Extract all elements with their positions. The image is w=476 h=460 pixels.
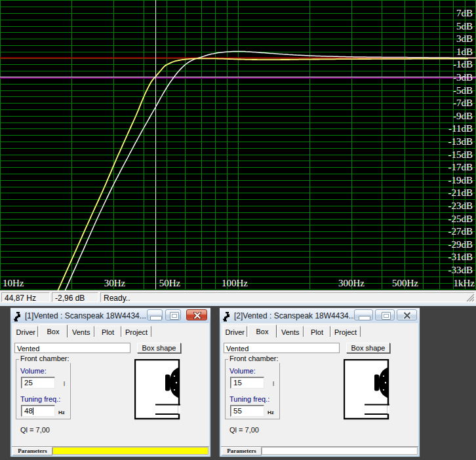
svg-text:-21dB: -21dB bbox=[448, 187, 473, 198]
svg-text:500Hz: 500Hz bbox=[392, 278, 418, 288]
svg-text:7dB: 7dB bbox=[456, 8, 473, 18]
svg-text:5dB: 5dB bbox=[456, 21, 473, 31]
svg-text:-27dB: -27dB bbox=[448, 226, 473, 237]
svg-text:-1dB: -1dB bbox=[453, 59, 473, 69]
svg-text:100Hz: 100Hz bbox=[222, 278, 248, 288]
svg-text:300Hz: 300Hz bbox=[338, 278, 365, 288]
svg-text:1kHz: 1kHz bbox=[454, 278, 475, 288]
svg-text:-9dB: -9dB bbox=[453, 111, 473, 121]
svg-text:-5dB: -5dB bbox=[453, 85, 473, 96]
svg-text:-33dB: -33dB bbox=[448, 265, 473, 275]
svg-text:10Hz: 10Hz bbox=[3, 278, 24, 288]
svg-text:-23dB: -23dB bbox=[448, 201, 473, 211]
svg-text:-7dB: -7dB bbox=[453, 98, 473, 108]
svg-text:30Hz: 30Hz bbox=[104, 278, 126, 288]
svg-text:-13dB: -13dB bbox=[448, 136, 473, 147]
svg-text:3dB: 3dB bbox=[456, 33, 473, 44]
svg-text:-29dB: -29dB bbox=[448, 239, 473, 250]
svg-text:-11dB: -11dB bbox=[448, 123, 473, 134]
svg-text:1dB: 1dB bbox=[456, 47, 473, 57]
svg-text:-31dB: -31dB bbox=[448, 252, 473, 262]
svg-text:-25dB: -25dB bbox=[448, 214, 473, 224]
svg-text:-17dB: -17dB bbox=[448, 162, 473, 172]
svg-text:-19dB: -19dB bbox=[448, 175, 473, 185]
svg-text:50Hz: 50Hz bbox=[159, 278, 181, 288]
svg-text:-15dB: -15dB bbox=[448, 149, 473, 160]
